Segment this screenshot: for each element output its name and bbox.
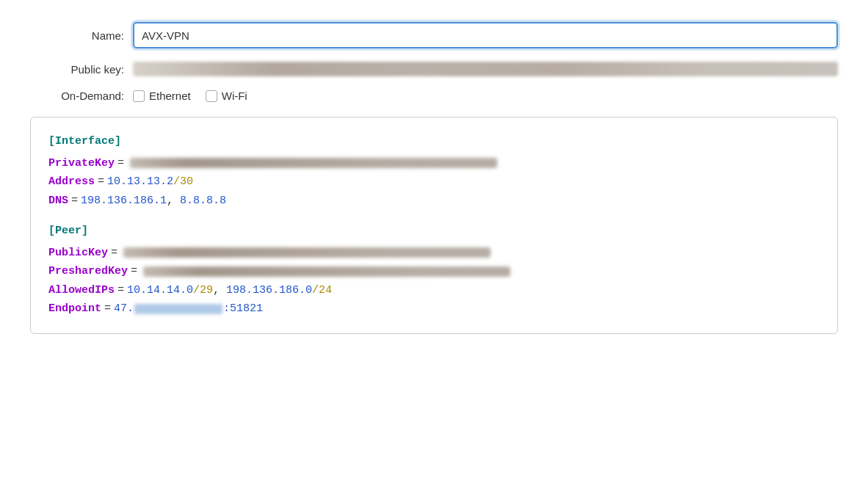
- endpoint-label: Endpoint: [48, 299, 101, 319]
- allowedips-label: AllowedIPs: [48, 281, 115, 300]
- dns-line: DNS = 198.136.186.1 , 8.8.8.8: [48, 192, 820, 211]
- publickey-value: [123, 247, 491, 258]
- publickey-label: PublicKey: [48, 244, 108, 263]
- interface-header: [Interface]: [48, 132, 820, 151]
- name-input[interactable]: [133, 22, 838, 48]
- public-key-row: Public key:: [30, 62, 838, 76]
- ethernet-checkbox[interactable]: [133, 90, 145, 102]
- endpoint-prefix: 47.: [114, 299, 134, 319]
- peer-header: [Peer]: [48, 222, 820, 241]
- allowedips-value1: 10.14.14.0: [127, 281, 193, 300]
- form-section: Name: Public key: On-Demand: Ethernet Wi…: [30, 22, 838, 102]
- presharedkey-value: [143, 266, 510, 277]
- address-label: Address: [48, 172, 95, 192]
- address-ip: 10.13.13.2: [107, 172, 173, 192]
- endpoint-suffix: :51821: [223, 299, 263, 319]
- endpoint-line: Endpoint = 47. :51821: [48, 299, 820, 319]
- dns-value2: 8.8.8.8: [180, 192, 226, 211]
- publickey-line: PublicKey =: [48, 244, 820, 263]
- public-key-value: [133, 62, 838, 76]
- on-demand-row: On-Demand: Ethernet Wi-Fi: [30, 90, 838, 102]
- config-box: [Interface] PrivateKey = Address = 10.13…: [30, 117, 838, 334]
- allowedips-value2: 198.136.186.0: [226, 281, 312, 300]
- allowedips-line: AllowedIPs = 10.14.14.0 /29 , 198.136.18…: [48, 281, 820, 300]
- wifi-checkbox-item: Wi-Fi: [206, 90, 247, 102]
- name-row: Name:: [30, 22, 838, 48]
- private-key-value: [130, 158, 497, 168]
- presharedkey-label: PresharedKey: [48, 262, 128, 281]
- dns-value1: 198.136.186.1: [81, 192, 167, 211]
- allowedips-cidr1: /29: [193, 281, 213, 300]
- endpoint-blurred-ip: [134, 304, 223, 314]
- address-line: Address = 10.13.13.2 /30: [48, 172, 820, 192]
- main-container: Name: Public key: On-Demand: Ethernet Wi…: [30, 22, 838, 334]
- name-label: Name:: [30, 29, 133, 42]
- ethernet-label: Ethernet: [149, 90, 191, 102]
- wifi-checkbox[interactable]: [206, 90, 217, 102]
- wifi-label: Wi-Fi: [222, 90, 247, 102]
- dns-label: DNS: [48, 192, 68, 211]
- private-key-label: PrivateKey: [48, 154, 115, 173]
- ethernet-checkbox-item: Ethernet: [133, 90, 191, 102]
- public-key-label: Public key:: [30, 63, 133, 76]
- presharedkey-line: PresharedKey =: [48, 262, 820, 281]
- private-key-equals: =: [117, 154, 124, 173]
- checkbox-group: Ethernet Wi-Fi: [133, 90, 247, 102]
- private-key-line: PrivateKey =: [48, 154, 820, 173]
- allowedips-cidr2: /24: [312, 281, 332, 300]
- on-demand-label: On-Demand:: [30, 90, 133, 102]
- address-cidr: /30: [173, 172, 193, 192]
